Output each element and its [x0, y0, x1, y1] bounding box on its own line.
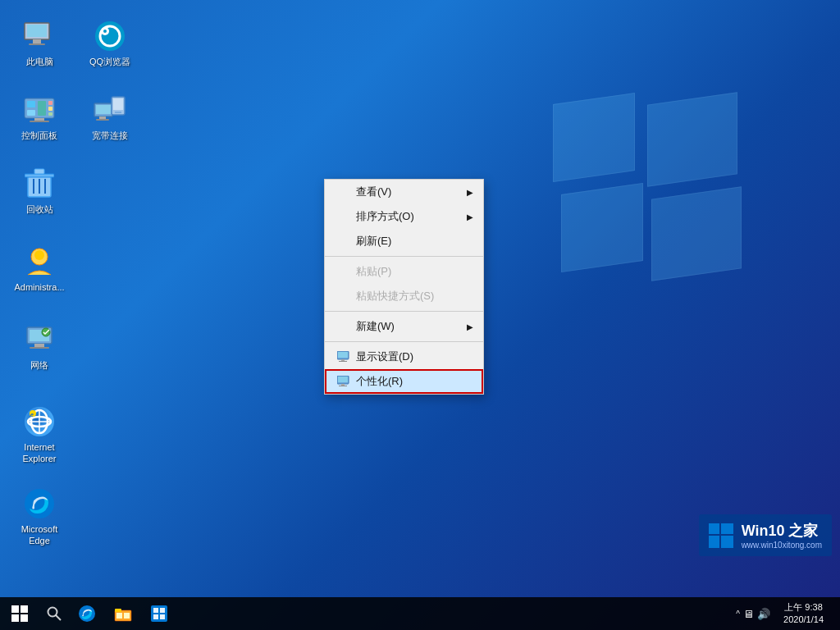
- svg-rect-9: [27, 101, 35, 107]
- desktop-icon-ie[interactable]: e Internet Explorer: [8, 402, 71, 468]
- svg-rect-53: [709, 523, 719, 534]
- svg-rect-59: [11, 614, 19, 622]
- svg-rect-46: [338, 352, 348, 358]
- personalize-label: 个性化(R): [356, 374, 403, 389]
- desktop: 此电脑 QQ浏览器: [0, 0, 840, 597]
- win10-brand-subtitle: www.win10xitong.com: [742, 541, 822, 550]
- sort-label: 排序方式(O): [356, 209, 414, 224]
- menu-item-new[interactable]: 新建(W) ▶: [325, 314, 483, 339]
- ie-label: Internet Explorer: [23, 441, 57, 465]
- tray-time[interactable]: 上午 9:38 2020/1/14: [777, 601, 830, 627]
- taskbar-pinned-apps: [69, 597, 177, 630]
- svg-rect-51: [341, 384, 345, 386]
- desktop-icon-edge[interactable]: Microsoft Edge: [8, 484, 71, 550]
- svg-rect-23: [115, 112, 121, 113]
- taskbar: ^ 🖥 🔊 上午 9:38 2020/1/14: [0, 597, 840, 630]
- broadband-icon: [94, 94, 126, 126]
- new-menu-icon: [336, 320, 351, 333]
- svg-rect-16: [30, 121, 49, 122]
- menu-item-refresh[interactable]: 刷新(E): [325, 229, 483, 253]
- menu-separator-2: [325, 311, 483, 312]
- menu-separator-1: [325, 256, 483, 257]
- broadband-label: 宽带连接: [92, 130, 128, 141]
- windows-logo-decoration: [553, 98, 742, 279]
- svg-rect-25: [25, 174, 54, 177]
- recycle-label: 回收站: [26, 203, 53, 215]
- menu-item-personalize[interactable]: 个性化(R): [325, 369, 483, 394]
- menu-item-paste: 粘贴(P): [325, 259, 483, 284]
- search-icon: [47, 606, 62, 621]
- recycle-bin-icon: [23, 167, 56, 200]
- desktop-icon-network[interactable]: 网络: [8, 320, 71, 374]
- win10-logo: [709, 523, 733, 548]
- control-label: 控制面板: [21, 130, 57, 141]
- svg-rect-15: [34, 118, 44, 121]
- svg-rect-47: [341, 359, 345, 361]
- menu-separator-3: [325, 341, 483, 342]
- svg-rect-54: [721, 523, 733, 534]
- svg-rect-71: [153, 614, 158, 619]
- tray-date: 2020/1/14: [783, 614, 824, 626]
- svg-rect-67: [124, 613, 130, 619]
- desktop-icon-control[interactable]: 控制面板: [8, 90, 71, 144]
- svg-rect-11: [38, 101, 46, 116]
- refresh-label: 刷新(E): [356, 234, 391, 249]
- start-icon: [11, 605, 28, 622]
- taskbar-tray: ^ 🖥 🔊 上午 9:38 2020/1/14: [729, 597, 840, 630]
- svg-rect-3: [29, 43, 45, 45]
- menu-item-view[interactable]: 查看(V) ▶: [325, 180, 483, 204]
- svg-rect-10: [27, 110, 35, 116]
- svg-point-31: [34, 250, 44, 260]
- svg-rect-48: [339, 361, 347, 362]
- taskbar-edge[interactable]: [69, 597, 105, 630]
- network-icon: [23, 323, 56, 356]
- edge-icon: [23, 487, 56, 520]
- desktop-icon-pc[interactable]: 此电脑: [8, 16, 71, 71]
- new-label: 新建(W): [356, 319, 395, 334]
- svg-rect-70: [160, 608, 165, 613]
- start-button[interactable]: [0, 597, 39, 630]
- svg-rect-50: [338, 377, 348, 382]
- svg-rect-72: [160, 614, 165, 619]
- desktop-icon-recycle[interactable]: 回收站: [8, 164, 71, 218]
- svg-rect-22: [113, 98, 123, 110]
- pc-icon: [23, 20, 56, 52]
- menu-item-paste-shortcut: 粘贴快捷方式(S): [325, 284, 483, 308]
- ie-icon: e: [23, 405, 56, 438]
- sort-menu-icon: [336, 210, 351, 223]
- svg-point-63: [79, 605, 95, 622]
- taskbar-file-explorer[interactable]: [105, 597, 141, 630]
- win10-brand-title: Win10 之家: [742, 521, 822, 541]
- menu-item-display-settings[interactable]: 显示设置(D): [325, 345, 483, 369]
- svg-rect-57: [11, 605, 19, 613]
- svg-rect-69: [153, 608, 158, 613]
- tray-chevron[interactable]: ^: [736, 609, 740, 619]
- svg-rect-14: [48, 112, 52, 116]
- qq-label: QQ浏览器: [89, 56, 130, 67]
- search-button[interactable]: [39, 597, 69, 630]
- tray-volume-icon[interactable]: 🔊: [757, 608, 770, 620]
- context-menu: 查看(V) ▶ 排序方式(O) ▶ 刷新(E) 粘贴(P) 粘贴快捷方式(S): [324, 179, 484, 395]
- svg-rect-12: [48, 101, 52, 105]
- desktop-icon-broadband[interactable]: 宽带连接: [79, 90, 141, 144]
- new-arrow: ▶: [467, 322, 473, 331]
- svg-point-7: [103, 30, 107, 33]
- svg-rect-58: [21, 605, 28, 613]
- paste-label: 粘贴(P): [356, 264, 391, 279]
- menu-item-sort[interactable]: 排序方式(O) ▶: [325, 204, 483, 229]
- tray-network-icon[interactable]: 🖥: [743, 608, 754, 620]
- network-label: 网络: [30, 359, 48, 371]
- taskbar-store[interactable]: [141, 597, 177, 630]
- desktop-icon-qq[interactable]: QQ浏览器: [79, 16, 141, 71]
- edge-label: Microsoft Edge: [21, 523, 58, 547]
- paste-menu-icon: [336, 265, 351, 278]
- view-label: 查看(V): [356, 185, 391, 199]
- desktop-icon-admin[interactable]: Administra...: [8, 242, 71, 296]
- paste-shortcut-icon: [336, 290, 351, 303]
- view-arrow: ▶: [467, 188, 473, 197]
- svg-rect-56: [721, 536, 733, 548]
- svg-point-61: [48, 608, 57, 617]
- svg-text:e: e: [30, 412, 34, 418]
- pc-label: 此电脑: [26, 56, 53, 67]
- control-panel-icon: [23, 94, 56, 126]
